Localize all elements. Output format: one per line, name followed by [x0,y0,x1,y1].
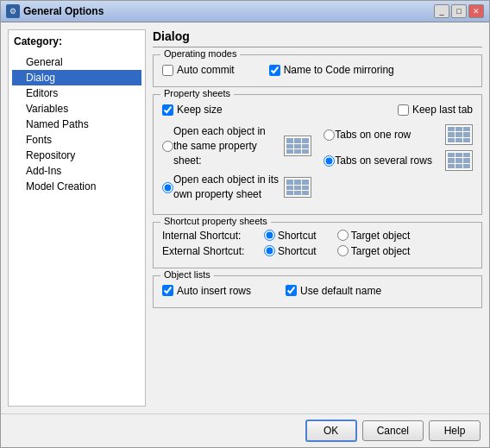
internal-shortcut-row: Internal Shortcut: Shortcut Target objec… [162,230,473,242]
sidebar-item-model-creation[interactable]: Model Creation [12,179,141,194]
keep-last-tab-checkbox[interactable] [398,104,409,116]
window-icon: ⚙ [6,4,20,18]
internal-target-radio[interactable] [337,230,349,241]
title-buttons: _ □ ✕ [434,4,484,18]
sidebar-item-dialog[interactable]: Dialog [12,70,141,85]
left-sheet-options: Open each object in the same property sh… [162,124,311,207]
tabs-several-rows-label: Tabs on several rows [335,154,442,168]
shortcut-sheets-group: Shortcut property sheets Internal Shortc… [153,222,482,268]
property-sheets-group: Property sheets Keep size Keep last tab [153,94,482,215]
minimize-button[interactable]: _ [434,4,449,18]
name-mirroring-row: Name to Code mirroring [269,64,394,76]
keep-size-row: Keep size [162,104,223,116]
object-lists-label: Object lists [160,269,214,280]
close-button[interactable]: ✕ [468,4,484,18]
property-sheet-options: Open each object in the same property sh… [162,124,473,207]
external-shortcut-option: Shortcut [264,245,317,257]
right-sheet-options: Tabs on one row Tabs on several rows [324,124,473,207]
same-sheet-radio[interactable] [162,141,173,152]
sidebar-item-named-paths[interactable]: Named Paths [12,117,141,132]
external-shortcut-option-label: Shortcut [278,245,317,257]
general-options-dialog: ⚙ General Options _ □ ✕ Category: Genera… [0,0,490,448]
sidebar-item-repository[interactable]: Repository [12,148,141,163]
same-sheet-row: Open each object in the same property sh… [162,124,311,167]
main-panel: Dialog Operating modes Auto commit Name … [153,29,482,407]
tabs-several-rows-icon [445,150,473,171]
same-sheet-label: Open each object in the same property sh… [173,124,280,167]
sidebar-item-fonts[interactable]: Fonts [12,132,141,148]
panel-title: Dialog [153,29,482,47]
own-sheet-row: Open each object in its own property she… [162,173,311,202]
sidebar-item-addins[interactable]: Add-Ins [12,163,141,179]
tabs-several-rows-radio[interactable] [324,155,335,167]
tabs-one-row-icon [445,124,473,145]
help-button[interactable]: Help [429,420,481,441]
title-bar-left: ⚙ General Options [6,4,104,18]
tabs-one-row-radio[interactable] [324,129,335,141]
use-default-name-row: Use default name [286,285,381,297]
keep-size-label: Keep size [177,104,223,116]
external-shortcut-row: External Shortcut: Shortcut Target objec… [162,245,473,257]
own-sheet-radio[interactable] [162,182,173,193]
keep-size-checkbox[interactable] [162,104,173,116]
external-target-radio[interactable] [337,245,349,256]
auto-commit-row: Auto commit [162,64,235,76]
title-bar: ⚙ General Options _ □ ✕ [1,1,489,22]
own-sheet-label: Open each object in its own property she… [173,173,280,202]
use-default-name-checkbox[interactable] [286,285,297,296]
sidebar-item-editors[interactable]: Editors [12,85,141,101]
dialog-footer: OK Cancel Help [1,413,489,447]
same-sheet-icon [284,136,311,156]
window-title: General Options [23,5,104,17]
auto-insert-rows-row: Auto insert rows [162,285,251,297]
sidebar-item-variables[interactable]: Variables [12,101,141,117]
category-sidebar: Category: General Dialog Editors Variabl… [8,29,146,407]
external-shortcut-radio[interactable] [264,245,275,256]
internal-shortcut-radio[interactable] [264,230,275,241]
ok-button[interactable]: OK [305,420,357,442]
sidebar-item-general[interactable]: General [12,54,141,70]
tabs-one-row-label: Tabs on one row [335,128,442,142]
use-default-name-label: Use default name [300,285,381,297]
tabs-one-row-row: Tabs on one row [324,124,473,145]
internal-target-option: Target object [337,230,411,242]
dialog-content: Category: General Dialog Editors Variabl… [1,22,489,413]
internal-shortcut-option: Shortcut [264,230,317,242]
cancel-button[interactable]: Cancel [362,420,424,441]
name-mirroring-checkbox[interactable] [269,65,280,76]
external-shortcut-label: External Shortcut: [162,245,257,257]
tabs-several-rows-row: Tabs on several rows [324,150,473,171]
keep-last-tab-label: Keep last tab [412,104,473,116]
external-target-option: Target object [337,245,411,257]
internal-target-option-label: Target object [351,230,411,242]
auto-insert-rows-label: Auto insert rows [177,285,251,297]
external-target-option-label: Target object [351,245,411,257]
operating-modes-group: Operating modes Auto commit Name to Code… [153,54,482,87]
internal-shortcut-label: Internal Shortcut: [162,230,257,242]
auto-insert-rows-checkbox[interactable] [162,285,173,296]
keep-last-tab-row: Keep last tab [398,104,473,116]
maximize-button[interactable]: □ [451,4,467,18]
category-label: Category: [12,34,141,49]
shortcut-sheets-label: Shortcut property sheets [160,216,271,226]
auto-commit-checkbox[interactable] [162,65,173,76]
object-lists-group: Object lists Auto insert rows Use defaul… [153,275,482,308]
property-sheets-label: Property sheets [160,88,234,98]
auto-commit-label: Auto commit [177,64,235,76]
internal-shortcut-option-label: Shortcut [278,230,317,242]
name-mirroring-label: Name to Code mirroring [284,64,394,76]
operating-modes-label: Operating modes [160,48,240,59]
own-sheet-icon [284,177,311,198]
